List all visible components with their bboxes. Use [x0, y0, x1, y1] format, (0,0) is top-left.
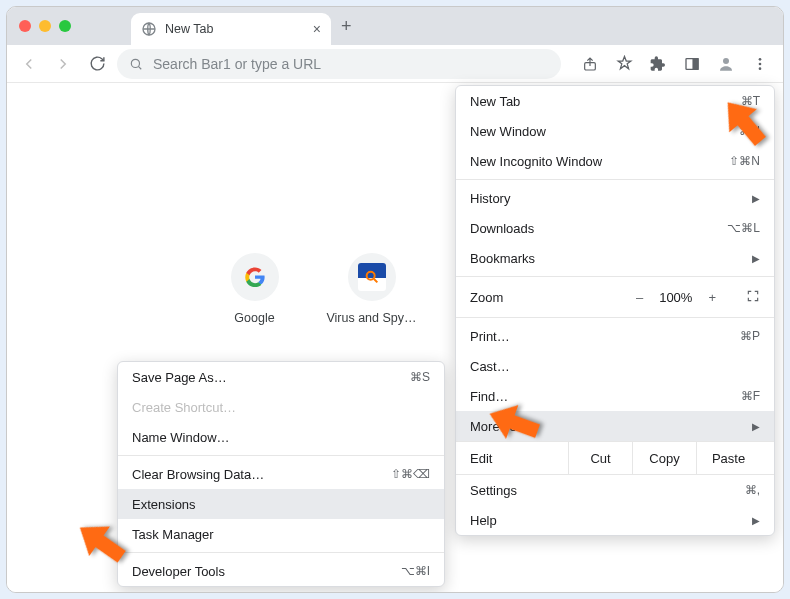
- more-tools-submenu: Save Page As…⌘S Create Shortcut… Name Wi…: [117, 361, 445, 587]
- submenu-dev-tools[interactable]: Developer Tools⌥⌘I: [118, 556, 444, 586]
- google-logo-icon: [244, 266, 266, 288]
- forward-button[interactable]: [49, 50, 77, 78]
- menu-history[interactable]: History▶: [456, 183, 774, 213]
- submenu-clear-data[interactable]: Clear Browsing Data…⇧⌘⌫: [118, 459, 444, 489]
- menu-new-incognito[interactable]: New Incognito Window⇧⌘N: [456, 146, 774, 176]
- svg-point-8: [759, 67, 762, 70]
- kebab-menu-icon[interactable]: [745, 49, 775, 79]
- tab-title: New Tab: [165, 22, 213, 36]
- menu-print[interactable]: Print…⌘P: [456, 321, 774, 351]
- zoom-out-button[interactable]: –: [636, 290, 643, 305]
- content-area: Google Virus and Spy… https:/ New Tab⌘T …: [7, 83, 783, 592]
- menu-bookmarks[interactable]: Bookmarks▶: [456, 243, 774, 273]
- address-bar-placeholder: Search Bar1 or type a URL: [153, 56, 321, 72]
- address-bar[interactable]: Search Bar1 or type a URL: [117, 49, 561, 79]
- chevron-right-icon: ▶: [752, 253, 760, 264]
- menu-settings[interactable]: Settings⌘,: [456, 475, 774, 505]
- profile-icon[interactable]: [711, 49, 741, 79]
- chrome-main-menu: New Tab⌘T New Window⌘N New Incognito Win…: [455, 85, 775, 536]
- menu-cast[interactable]: Cast…: [456, 351, 774, 381]
- svg-point-9: [366, 272, 374, 280]
- shortcut-label: Google: [234, 311, 274, 325]
- edit-paste-button[interactable]: Paste: [696, 442, 760, 474]
- submenu-save-page[interactable]: Save Page As…⌘S: [118, 362, 444, 392]
- bookmark-icon[interactable]: [609, 49, 639, 79]
- menu-zoom: Zoom – 100% +: [456, 280, 774, 314]
- pcrisk-icon: [358, 263, 386, 291]
- browser-tab[interactable]: New Tab ×: [131, 13, 331, 45]
- menu-downloads[interactable]: Downloads⌥⌘L: [456, 213, 774, 243]
- chevron-right-icon: ▶: [752, 515, 760, 526]
- edit-cut-button[interactable]: Cut: [568, 442, 632, 474]
- globe-icon: [141, 21, 157, 37]
- search-icon: [129, 57, 143, 71]
- share-icon[interactable]: [575, 49, 605, 79]
- edit-copy-button[interactable]: Copy: [632, 442, 696, 474]
- svg-rect-4: [693, 58, 698, 69]
- back-button[interactable]: [15, 50, 43, 78]
- zoom-in-button[interactable]: +: [708, 290, 716, 305]
- new-tab-button[interactable]: +: [341, 16, 352, 37]
- shortcut-pcrisk[interactable]: Virus and Spy…: [324, 253, 419, 325]
- shortcut-label: Virus and Spy…: [326, 311, 416, 325]
- shortcut-google[interactable]: Google: [207, 253, 302, 325]
- window-controls: [19, 20, 71, 32]
- minimize-window-button[interactable]: [39, 20, 51, 32]
- submenu-create-shortcut: Create Shortcut…: [118, 392, 444, 422]
- close-window-button[interactable]: [19, 20, 31, 32]
- submenu-task-manager[interactable]: Task Manager: [118, 519, 444, 549]
- svg-point-6: [759, 58, 762, 61]
- browser-window: New Tab × + Search Bar1 or type a URL Go…: [6, 6, 784, 593]
- maximize-window-button[interactable]: [59, 20, 71, 32]
- titlebar: New Tab × +: [7, 7, 783, 45]
- reload-button[interactable]: [83, 50, 111, 78]
- zoom-percent: 100%: [659, 290, 692, 305]
- toolbar: Search Bar1 or type a URL: [7, 45, 783, 83]
- fullscreen-icon[interactable]: [746, 289, 760, 306]
- chevron-right-icon: ▶: [752, 193, 760, 204]
- close-tab-icon[interactable]: ×: [313, 21, 321, 37]
- svg-point-5: [723, 58, 729, 64]
- svg-point-7: [759, 62, 762, 65]
- menu-help[interactable]: Help▶: [456, 505, 774, 535]
- chevron-right-icon: ▶: [752, 421, 760, 432]
- extensions-icon[interactable]: [643, 49, 673, 79]
- submenu-name-window[interactable]: Name Window…: [118, 422, 444, 452]
- side-panel-icon[interactable]: [677, 49, 707, 79]
- submenu-extensions[interactable]: Extensions: [118, 489, 444, 519]
- svg-point-1: [131, 59, 139, 67]
